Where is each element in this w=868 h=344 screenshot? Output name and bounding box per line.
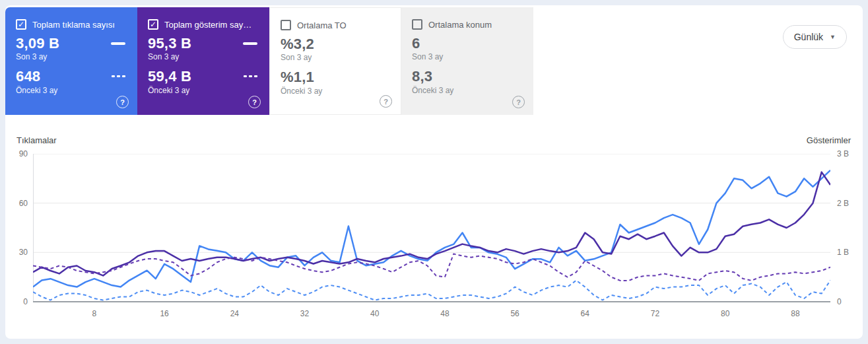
current-period-label: Son 3 ay [281, 53, 390, 62]
metric-card-total-impressions[interactable]: ✓ Toplam gösterim say… 95,3 B Son 3 ay 5… [137, 7, 269, 115]
right-axis-title: Gösterimler [807, 135, 851, 145]
previous-value: 648 [16, 68, 40, 85]
current-period-label: Son 3 ay [412, 52, 523, 61]
series-left-solid [33, 170, 830, 287]
metric-card-header: Ortalama TO [281, 20, 390, 30]
axis-tick-label: 56 [500, 309, 529, 318]
help-icon[interactable]: ? [380, 95, 392, 108]
help-icon[interactable]: ? [248, 96, 261, 108]
axis-tick-label: 88 [781, 309, 810, 318]
dashed-line-legend-icon [112, 75, 125, 77]
solid-line-legend-icon [243, 42, 257, 45]
axis-tick-label: 0 [837, 296, 861, 307]
current-value: 3,09 B [16, 35, 59, 52]
metric-card-header: Ortalama konum [412, 19, 523, 30]
metric-card-title: Ortalama TO [297, 20, 347, 30]
axis-tick-label: 60 [5, 198, 28, 209]
help-icon[interactable]: ? [116, 96, 129, 108]
axis-tick-label: 64 [570, 309, 599, 318]
checkbox-average-position[interactable] [412, 19, 422, 30]
help-icon[interactable]: ? [512, 96, 525, 108]
previous-metric-row: %1,1 [281, 69, 390, 85]
search-console-performance-page: { "cards": [ { "label": "Toplam tıklama … [0, 0, 868, 344]
axis-tick-label: 48 [430, 309, 459, 318]
series-right-solid [33, 172, 830, 276]
metric-card-total-clicks[interactable]: ✓ Toplam tıklama sayısı 3,09 B Son 3 ay … [5, 7, 137, 115]
metric-card-title: Ortalama konum [428, 20, 492, 30]
axis-tick-label: 16 [150, 309, 179, 318]
left-axis-title: Tıklamalar [17, 135, 57, 145]
previous-value: %1,1 [281, 69, 314, 85]
current-value: 6 [412, 35, 420, 52]
granularity-dropdown-button[interactable]: Günlük ▼ [783, 25, 847, 49]
series-left-dashed [33, 281, 830, 300]
previous-period-label: Önceki 3 ay [148, 86, 259, 95]
metric-card-title: Toplam gösterim say… [164, 20, 251, 30]
performance-panel: ✓ Toplam tıklama sayısı 3,09 B Son 3 ay … [5, 5, 863, 339]
axis-tick-label: 1 B [837, 247, 861, 258]
current-value: %3,2 [281, 36, 314, 52]
previous-value: 59,4 B [148, 68, 191, 85]
current-period-label: Son 3 ay [148, 52, 259, 61]
previous-metric-row: 8,3 [412, 68, 523, 85]
axis-tick-label: 90 [5, 149, 28, 159]
metric-card-average-position[interactable]: Ortalama konum 6 Son 3 ay 8,3 Önceki 3 a… [401, 7, 533, 115]
current-metric-row: 3,09 B [16, 35, 127, 52]
current-metric-row: 95,3 B [148, 35, 259, 52]
axis-tick-label: 3 B [837, 149, 861, 159]
current-metric-row: 6 [412, 35, 523, 52]
current-period-label: Son 3 ay [16, 52, 127, 61]
axis-tick-label: 2 B [837, 198, 861, 209]
metric-cards-row: ✓ Toplam tıklama sayısı 3,09 B Son 3 ay … [5, 7, 533, 115]
chevron-down-icon: ▼ [830, 34, 836, 40]
metric-card-header: ✓ Toplam gösterim say… [148, 19, 259, 30]
axis-tick-label: 72 [641, 309, 670, 318]
axis-tick-label: 30 [5, 247, 28, 258]
metric-card-title: Toplam tıklama sayısı [32, 20, 115, 30]
performance-line-chart[interactable] [33, 154, 830, 303]
previous-period-label: Önceki 3 ay [281, 86, 390, 96]
checkbox-total-impressions[interactable]: ✓ [148, 19, 158, 30]
checkbox-average-ctr[interactable] [281, 20, 291, 30]
axis-tick-label: 32 [290, 309, 319, 318]
metric-card-average-ctr[interactable]: Ortalama TO %3,2 Son 3 ay %1,1 Önceki 3 … [269, 7, 401, 115]
previous-period-label: Önceki 3 ay [412, 86, 523, 95]
metric-card-header: ✓ Toplam tıklama sayısı [16, 19, 127, 30]
axis-tick-label: 40 [360, 309, 389, 318]
granularity-label: Günlük [794, 32, 823, 42]
dashed-line-legend-icon [244, 75, 257, 77]
previous-metric-row: 59,4 B [148, 68, 259, 85]
checkbox-total-clicks[interactable]: ✓ [16, 19, 26, 30]
axis-tick-label: 8 [80, 309, 109, 318]
previous-period-label: Önceki 3 ay [16, 86, 127, 95]
axis-tick-label: 80 [711, 309, 740, 318]
current-metric-row: %3,2 [281, 36, 390, 52]
axis-tick-label: 0 [5, 296, 28, 307]
axis-tick-label: 24 [220, 309, 249, 318]
previous-value: 8,3 [412, 68, 432, 85]
previous-metric-row: 648 [16, 68, 127, 85]
current-value: 95,3 B [148, 35, 191, 52]
solid-line-legend-icon [111, 42, 125, 45]
